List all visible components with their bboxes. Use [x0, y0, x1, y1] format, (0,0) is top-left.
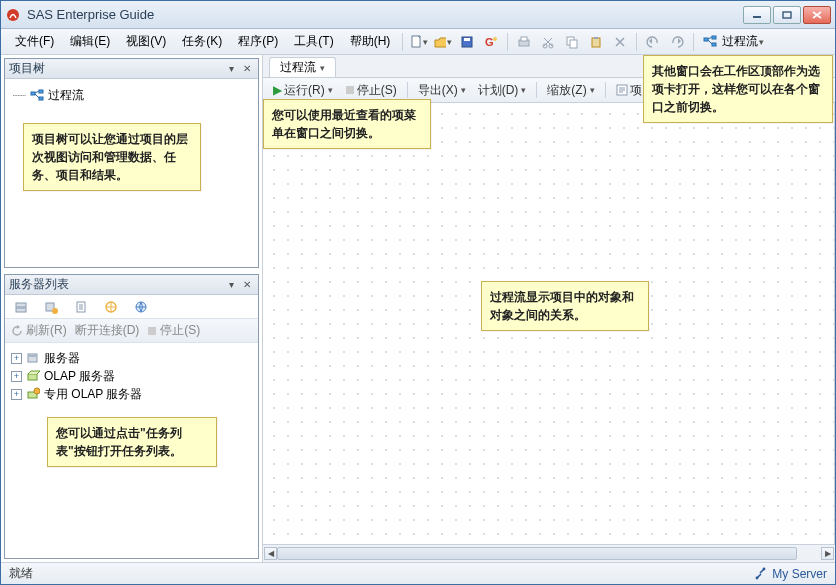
copy-icon[interactable] [563, 33, 581, 51]
scroll-left-icon[interactable]: ◀ [264, 547, 277, 560]
process-flow-dd[interactable]: ▾ [759, 37, 764, 47]
client-area: 项目树 ▾ ✕ ┈┈ 过程流 项目树可以让您通过项目的层次视图访问和管理数据、任… [1, 55, 835, 562]
svg-rect-3 [412, 36, 420, 47]
server-web-icon[interactable] [132, 298, 150, 316]
server-row-servers[interactable]: + 服务器 [11, 349, 252, 367]
close-panel-icon[interactable]: ✕ [240, 62, 254, 76]
tree-row-process-flow[interactable]: ┈┈ 过程流 [13, 87, 250, 104]
stop-server-label: 停止(S) [160, 322, 200, 339]
pin-icon-2[interactable]: ▾ [224, 278, 238, 292]
menu-file[interactable]: 文件(F) [7, 30, 62, 53]
server-tree: + 服务器 + OLAP 服务器 + 专用 OLAP 服务器 [5, 343, 258, 409]
menu-view[interactable]: 视图(V) [118, 30, 174, 53]
server-add-icon[interactable] [42, 298, 60, 316]
minimize-button[interactable] [743, 6, 771, 24]
tree-connector: ┈┈ [13, 89, 26, 102]
toolbar-separator-1 [507, 33, 508, 51]
refresh-button[interactable]: 刷新(R) [11, 322, 67, 339]
server-row-olap[interactable]: + OLAP 服务器 [11, 367, 252, 385]
svg-rect-15 [594, 37, 598, 39]
svg-point-34 [34, 388, 40, 394]
window-controls [743, 6, 831, 24]
open-icon[interactable]: ▾ [434, 33, 452, 51]
menu-program[interactable]: 程序(P) [230, 30, 286, 53]
scroll-thumb[interactable] [277, 547, 797, 560]
status-server-label: My Server [772, 567, 827, 581]
expander-icon[interactable]: + [11, 389, 22, 400]
callout-task-list: 您可以通过点击"任务列表"按钮打开任务列表。 [47, 417, 217, 467]
menu-separator [402, 33, 403, 51]
redo-icon[interactable] [668, 33, 686, 51]
callout-project-tree: 项目树可以让您通过项目的层次视图访问和管理数据、任务、项目和结果。 [23, 123, 201, 191]
server-icon[interactable] [12, 298, 30, 316]
server-row-label: OLAP 服务器 [44, 368, 115, 385]
pin-icon[interactable]: ▾ [224, 62, 238, 76]
svg-rect-21 [39, 97, 43, 100]
project-tree: ┈┈ 过程流 [5, 79, 258, 112]
print-icon[interactable] [515, 33, 533, 51]
dedicated-olap-node-icon [26, 387, 40, 401]
process-flow-button-label[interactable]: 过程流 [722, 33, 758, 50]
svg-rect-17 [712, 36, 716, 39]
run-button[interactable]: ▶ 运行(R) ▾ [269, 80, 337, 101]
chevron-down-icon[interactable]: ▾ [320, 63, 325, 73]
olap-node-icon [26, 369, 40, 383]
window-title: SAS Enterprise Guide [27, 7, 743, 22]
close-button[interactable] [803, 6, 831, 24]
flow-canvas[interactable]: 您可以使用最近查看的项菜单在窗口之间切换。 过程流显示项目中的对象和对象之间的关… [263, 103, 835, 544]
export-button[interactable]: 导出(X) ▾ [414, 80, 470, 101]
stop-button[interactable]: 停止(S) [341, 80, 401, 101]
g-icon[interactable]: G [482, 33, 500, 51]
svg-rect-31 [29, 355, 36, 357]
svg-rect-14 [592, 38, 600, 47]
project-tree-panel: 项目树 ▾ ✕ ┈┈ 过程流 项目树可以让您通过项目的层次视图访问和管理数据、任… [4, 58, 259, 268]
schedule-button[interactable]: 计划(D) ▾ [474, 80, 531, 101]
undo-icon[interactable] [644, 33, 662, 51]
callout-flow-center: 过程流显示项目中的对象和对象之间的关系。 [481, 281, 649, 331]
server-list-body: + 服务器 + OLAP 服务器 + 专用 OLAP 服务器 [5, 343, 258, 558]
save-icon[interactable] [458, 33, 476, 51]
process-flow-icon[interactable] [701, 33, 719, 51]
status-server[interactable]: My Server [754, 567, 827, 581]
app-icon [5, 7, 21, 23]
delete-icon[interactable] [611, 33, 629, 51]
menu-help[interactable]: 帮助(H) [342, 30, 399, 53]
svg-rect-23 [16, 308, 26, 312]
expander-icon[interactable]: + [11, 371, 22, 382]
close-panel-icon-2[interactable]: ✕ [240, 278, 254, 292]
stop-server-button[interactable]: 停止(S) [147, 322, 200, 339]
paste-icon[interactable] [587, 33, 605, 51]
svg-rect-9 [521, 37, 527, 41]
server-find-icon[interactable] [102, 298, 120, 316]
svg-rect-16 [704, 38, 708, 41]
project-log-button[interactable]: 项 [612, 80, 646, 101]
svg-rect-5 [464, 38, 470, 41]
expander-icon[interactable]: + [11, 353, 22, 364]
status-ready: 就绪 [9, 565, 33, 582]
disconnect-button[interactable]: 断开连接(D) [75, 322, 140, 339]
horizontal-scrollbar[interactable]: ◀ ▶ [263, 544, 835, 562]
server-row-label: 专用 OLAP 服务器 [44, 386, 142, 403]
maximize-button[interactable] [773, 6, 801, 24]
server-props-icon[interactable] [72, 298, 90, 316]
toolbar-separator-3 [693, 33, 694, 51]
menu-tools[interactable]: 工具(T) [286, 30, 341, 53]
work-area: 过程流 ▾ ▶ 运行(R) ▾ 停止(S) 导出(X) ▾ 计划(D) ▾ [263, 55, 835, 562]
scroll-right-icon[interactable]: ▶ [821, 547, 834, 560]
zoom-button[interactable]: 缩放(Z) ▾ [543, 80, 598, 101]
svg-rect-13 [570, 40, 577, 48]
play-icon: ▶ [273, 83, 282, 97]
server-row-dedicated-olap[interactable]: + 专用 OLAP 服务器 [11, 385, 252, 403]
stop-icon [147, 326, 157, 336]
menu-edit[interactable]: 编辑(E) [62, 30, 118, 53]
server-toolbar-actions: 刷新(R) 断开连接(D) 停止(S) [5, 319, 258, 343]
cut-icon[interactable] [539, 33, 557, 51]
export-label: 导出(X) [418, 82, 458, 99]
stop-label: 停止(S) [357, 82, 397, 99]
menu-tasks[interactable]: 任务(K) [174, 30, 230, 53]
flow-tab[interactable]: 过程流 ▾ [269, 57, 336, 77]
new-icon[interactable]: ▾ [410, 33, 428, 51]
server-list-panel: 服务器列表 ▾ ✕ 刷新(R) 断开连接(D) [4, 274, 259, 559]
svg-rect-29 [148, 327, 156, 335]
flow-toolbar-sep-3 [605, 82, 606, 98]
